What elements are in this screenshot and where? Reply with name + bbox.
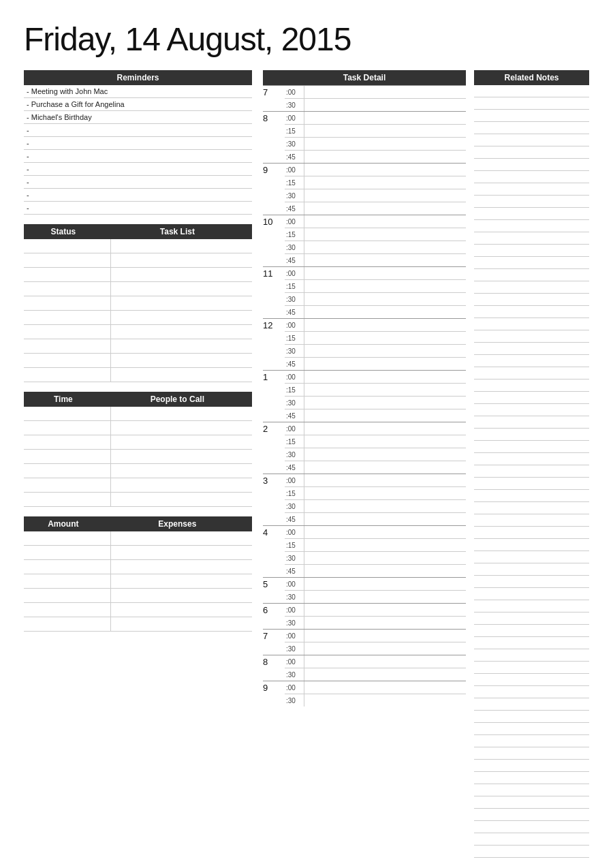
slot-content[interactable] xyxy=(304,99,466,111)
slot-content[interactable] xyxy=(304,332,466,344)
note-line[interactable] xyxy=(474,723,589,735)
slot-content[interactable] xyxy=(304,694,466,707)
note-line[interactable] xyxy=(474,686,589,698)
note-line[interactable] xyxy=(474,343,589,355)
note-line[interactable] xyxy=(474,784,589,796)
slot-content[interactable] xyxy=(304,319,466,331)
slot-content[interactable] xyxy=(304,448,466,461)
slot-content[interactable] xyxy=(304,371,466,383)
note-line[interactable] xyxy=(474,355,589,367)
note-line[interactable] xyxy=(474,858,589,868)
note-line[interactable] xyxy=(474,269,589,281)
slot-content[interactable] xyxy=(304,241,466,253)
slot-content[interactable] xyxy=(304,474,466,486)
slot-content[interactable] xyxy=(304,189,466,202)
slot-content[interactable] xyxy=(304,539,466,551)
slot-content[interactable] xyxy=(304,604,466,616)
note-line[interactable] xyxy=(474,625,589,637)
slot-content[interactable] xyxy=(304,280,466,292)
note-line[interactable] xyxy=(474,478,589,490)
slot-content[interactable] xyxy=(304,668,466,681)
note-line[interactable] xyxy=(474,453,589,465)
note-line[interactable] xyxy=(474,514,589,527)
slot-content[interactable] xyxy=(304,487,466,499)
note-line[interactable] xyxy=(474,245,589,257)
note-line[interactable] xyxy=(474,490,589,502)
slot-content[interactable] xyxy=(304,630,466,642)
slot-content[interactable] xyxy=(304,254,466,266)
note-line[interactable] xyxy=(474,379,589,392)
note-line[interactable] xyxy=(474,429,589,441)
note-line[interactable] xyxy=(474,122,589,134)
note-line[interactable] xyxy=(474,367,589,379)
note-line[interactable] xyxy=(474,551,589,563)
note-line[interactable] xyxy=(474,294,589,306)
note-line[interactable] xyxy=(474,306,589,318)
note-line[interactable] xyxy=(474,821,589,833)
note-line[interactable] xyxy=(474,281,589,294)
note-line[interactable] xyxy=(474,674,589,686)
slot-content[interactable] xyxy=(304,526,466,538)
note-line[interactable] xyxy=(474,539,589,551)
slot-content[interactable] xyxy=(304,176,466,189)
note-line[interactable] xyxy=(474,637,589,649)
note-line[interactable] xyxy=(474,183,589,196)
note-line[interactable] xyxy=(474,600,589,613)
note-line[interactable] xyxy=(474,208,589,220)
slot-content[interactable] xyxy=(304,138,466,150)
note-line[interactable] xyxy=(474,416,589,429)
note-line[interactable] xyxy=(474,196,589,208)
slot-content[interactable] xyxy=(304,228,466,241)
note-line[interactable] xyxy=(474,662,589,674)
note-line[interactable] xyxy=(474,502,589,514)
note-line[interactable] xyxy=(474,796,589,809)
note-line[interactable] xyxy=(474,171,589,183)
slot-content[interactable] xyxy=(304,345,466,357)
note-line[interactable] xyxy=(474,97,589,110)
slot-content[interactable] xyxy=(304,681,466,694)
slot-content[interactable] xyxy=(304,151,466,163)
slot-content[interactable] xyxy=(304,591,466,603)
note-line[interactable] xyxy=(474,846,589,858)
slot-content[interactable] xyxy=(304,112,466,124)
note-line[interactable] xyxy=(474,833,589,846)
slot-content[interactable] xyxy=(304,642,466,655)
note-line[interactable] xyxy=(474,563,589,576)
note-line[interactable] xyxy=(474,649,589,662)
note-line[interactable] xyxy=(474,735,589,747)
slot-content[interactable] xyxy=(304,384,466,396)
slot-content[interactable] xyxy=(304,164,466,176)
note-line[interactable] xyxy=(474,404,589,416)
slot-content[interactable] xyxy=(304,655,466,668)
note-line[interactable] xyxy=(474,527,589,539)
slot-content[interactable] xyxy=(304,617,466,629)
note-line[interactable] xyxy=(474,441,589,453)
note-line[interactable] xyxy=(474,809,589,821)
note-line[interactable] xyxy=(474,392,589,404)
slot-content[interactable] xyxy=(304,578,466,590)
slot-content[interactable] xyxy=(304,215,466,228)
note-line[interactable] xyxy=(474,110,589,122)
slot-content[interactable] xyxy=(304,306,466,318)
note-line[interactable] xyxy=(474,134,589,146)
note-line[interactable] xyxy=(474,576,589,588)
slot-content[interactable] xyxy=(304,422,466,435)
slot-content[interactable] xyxy=(304,267,466,279)
slot-content[interactable] xyxy=(304,202,466,215)
note-line[interactable] xyxy=(474,613,589,625)
note-line[interactable] xyxy=(474,159,589,171)
note-line[interactable] xyxy=(474,146,589,159)
slot-content[interactable] xyxy=(304,409,466,422)
note-line[interactable] xyxy=(474,232,589,245)
note-line[interactable] xyxy=(474,698,589,711)
note-line[interactable] xyxy=(474,588,589,600)
note-line[interactable] xyxy=(474,318,589,330)
note-line[interactable] xyxy=(474,772,589,784)
slot-content[interactable] xyxy=(304,293,466,305)
note-line[interactable] xyxy=(474,85,589,97)
note-line[interactable] xyxy=(474,330,589,343)
slot-content[interactable] xyxy=(304,86,466,98)
slot-content[interactable] xyxy=(304,435,466,448)
slot-content[interactable] xyxy=(304,397,466,409)
note-line[interactable] xyxy=(474,711,589,723)
